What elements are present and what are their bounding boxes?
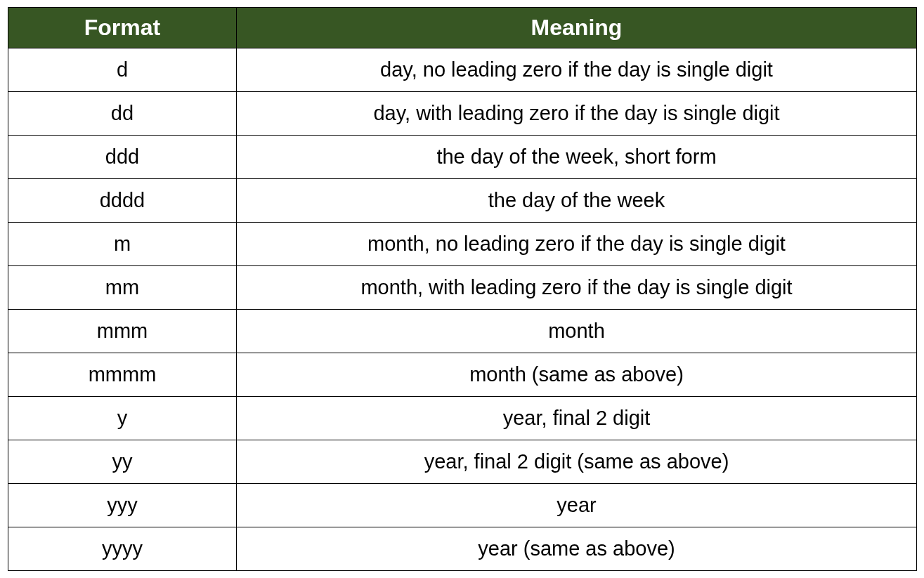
table-row: mmmm month (same as above)	[8, 353, 917, 397]
table-header-row: Format Meaning	[8, 8, 917, 48]
table-row: mm month, with leading zero if the day i…	[8, 266, 917, 310]
table-row: yyy year	[8, 484, 917, 527]
cell-meaning: the day of the week	[237, 179, 917, 223]
cell-meaning: month, no leading zero if the day is sin…	[237, 223, 917, 266]
table-row: y year, final 2 digit	[8, 397, 917, 440]
cell-meaning: year, final 2 digit	[237, 397, 917, 440]
cell-meaning: day, no leading zero if the day is singl…	[237, 48, 917, 92]
cell-format: dddd	[8, 179, 237, 223]
table-row: m month, no leading zero if the day is s…	[8, 223, 917, 266]
cell-meaning: month, with leading zero if the day is s…	[237, 266, 917, 310]
cell-format: yyyy	[8, 527, 237, 571]
cell-meaning: month	[237, 310, 917, 353]
cell-meaning: month (same as above)	[237, 353, 917, 397]
cell-format: m	[8, 223, 237, 266]
header-format: Format	[8, 8, 237, 48]
format-table: Format Meaning d day, no leading zero if…	[8, 7, 917, 571]
cell-format: ddd	[8, 136, 237, 179]
table-row: mmm month	[8, 310, 917, 353]
cell-format: d	[8, 48, 237, 92]
cell-meaning: year	[237, 484, 917, 527]
table-row: yyyy year (same as above)	[8, 527, 917, 571]
cell-format: dd	[8, 92, 237, 136]
cell-format: yy	[8, 440, 237, 484]
cell-format: yyy	[8, 484, 237, 527]
cell-meaning: the day of the week, short form	[237, 136, 917, 179]
header-meaning: Meaning	[237, 8, 917, 48]
table-row: dd day, with leading zero if the day is …	[8, 92, 917, 136]
table-row: d day, no leading zero if the day is sin…	[8, 48, 917, 92]
cell-format: y	[8, 397, 237, 440]
table-row: dddd the day of the week	[8, 179, 917, 223]
cell-format: mm	[8, 266, 237, 310]
cell-meaning: year, final 2 digit (same as above)	[237, 440, 917, 484]
table-row: yy year, final 2 digit (same as above)	[8, 440, 917, 484]
cell-format: mmm	[8, 310, 237, 353]
cell-meaning: day, with leading zero if the day is sin…	[237, 92, 917, 136]
table-row: ddd the day of the week, short form	[8, 136, 917, 179]
cell-meaning: year (same as above)	[237, 527, 917, 571]
cell-format: mmmm	[8, 353, 237, 397]
